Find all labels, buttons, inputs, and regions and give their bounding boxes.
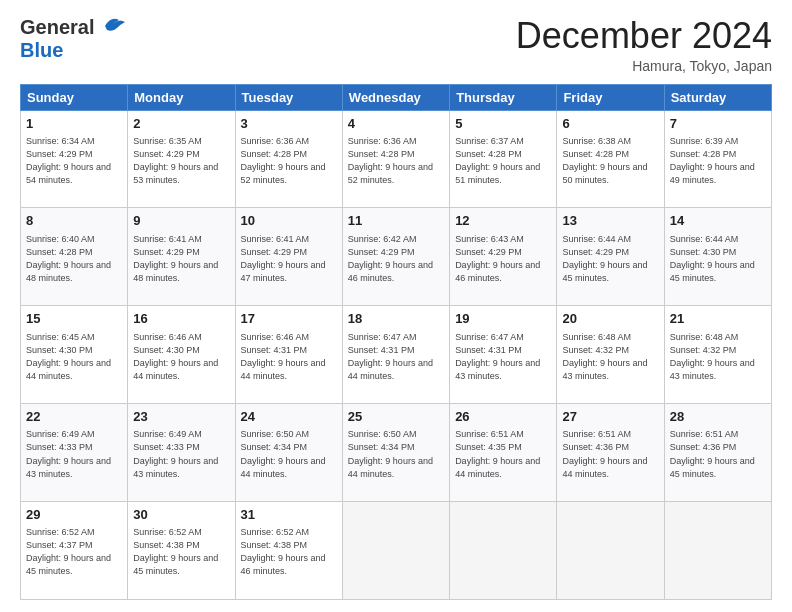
day-number: 6 [562,115,658,133]
calendar-cell: 22Sunrise: 6:49 AMSunset: 4:33 PMDayligh… [21,404,128,502]
day-info: Sunrise: 6:44 AMSunset: 4:30 PMDaylight:… [670,233,766,285]
calendar-cell: 19Sunrise: 6:47 AMSunset: 4:31 PMDayligh… [450,306,557,404]
day-info: Sunrise: 6:51 AMSunset: 4:36 PMDaylight:… [670,428,766,480]
calendar-cell: 10Sunrise: 6:41 AMSunset: 4:29 PMDayligh… [235,208,342,306]
day-number: 5 [455,115,551,133]
day-of-week-thursday: Thursday [450,84,557,110]
calendar-header-row: SundayMondayTuesdayWednesdayThursdayFrid… [21,84,772,110]
day-info: Sunrise: 6:52 AMSunset: 4:37 PMDaylight:… [26,526,122,578]
day-info: Sunrise: 6:36 AMSunset: 4:28 PMDaylight:… [241,135,337,187]
logo-general-text: General [20,16,94,39]
logo-blue-text: Blue [20,39,63,61]
day-number: 17 [241,310,337,328]
calendar-cell: 30Sunrise: 6:52 AMSunset: 4:38 PMDayligh… [128,502,235,600]
day-number: 8 [26,212,122,230]
day-info: Sunrise: 6:37 AMSunset: 4:28 PMDaylight:… [455,135,551,187]
page: General Blue December 2024 Hamura, Tokyo… [0,0,792,612]
day-info: Sunrise: 6:34 AMSunset: 4:29 PMDaylight:… [26,135,122,187]
day-number: 28 [670,408,766,426]
calendar-cell: 23Sunrise: 6:49 AMSunset: 4:33 PMDayligh… [128,404,235,502]
logo: General Blue [20,16,127,62]
location: Hamura, Tokyo, Japan [516,58,772,74]
day-info: Sunrise: 6:38 AMSunset: 4:28 PMDaylight:… [562,135,658,187]
day-info: Sunrise: 6:42 AMSunset: 4:29 PMDaylight:… [348,233,444,285]
calendar-cell: 21Sunrise: 6:48 AMSunset: 4:32 PMDayligh… [664,306,771,404]
calendar-week-4: 22Sunrise: 6:49 AMSunset: 4:33 PMDayligh… [21,404,772,502]
day-info: Sunrise: 6:40 AMSunset: 4:28 PMDaylight:… [26,233,122,285]
calendar-cell [450,502,557,600]
day-number: 3 [241,115,337,133]
calendar-week-2: 8Sunrise: 6:40 AMSunset: 4:28 PMDaylight… [21,208,772,306]
calendar-cell [664,502,771,600]
calendar-cell: 14Sunrise: 6:44 AMSunset: 4:30 PMDayligh… [664,208,771,306]
day-info: Sunrise: 6:48 AMSunset: 4:32 PMDaylight:… [562,331,658,383]
day-of-week-friday: Friday [557,84,664,110]
day-info: Sunrise: 6:35 AMSunset: 4:29 PMDaylight:… [133,135,229,187]
day-info: Sunrise: 6:46 AMSunset: 4:31 PMDaylight:… [241,331,337,383]
day-info: Sunrise: 6:50 AMSunset: 4:34 PMDaylight:… [241,428,337,480]
day-number: 16 [133,310,229,328]
title-block: December 2024 Hamura, Tokyo, Japan [516,16,772,74]
calendar-cell: 2Sunrise: 6:35 AMSunset: 4:29 PMDaylight… [128,110,235,208]
day-number: 31 [241,506,337,524]
day-info: Sunrise: 6:45 AMSunset: 4:30 PMDaylight:… [26,331,122,383]
day-number: 4 [348,115,444,133]
month-title: December 2024 [516,16,772,56]
header: General Blue December 2024 Hamura, Tokyo… [20,16,772,74]
calendar-cell: 31Sunrise: 6:52 AMSunset: 4:38 PMDayligh… [235,502,342,600]
day-number: 24 [241,408,337,426]
day-info: Sunrise: 6:47 AMSunset: 4:31 PMDaylight:… [348,331,444,383]
day-of-week-saturday: Saturday [664,84,771,110]
day-of-week-monday: Monday [128,84,235,110]
calendar-cell: 7Sunrise: 6:39 AMSunset: 4:28 PMDaylight… [664,110,771,208]
day-info: Sunrise: 6:43 AMSunset: 4:29 PMDaylight:… [455,233,551,285]
day-info: Sunrise: 6:48 AMSunset: 4:32 PMDaylight:… [670,331,766,383]
calendar-cell: 13Sunrise: 6:44 AMSunset: 4:29 PMDayligh… [557,208,664,306]
calendar-cell: 15Sunrise: 6:45 AMSunset: 4:30 PMDayligh… [21,306,128,404]
calendar-table: SundayMondayTuesdayWednesdayThursdayFrid… [20,84,772,600]
calendar-cell: 5Sunrise: 6:37 AMSunset: 4:28 PMDaylight… [450,110,557,208]
day-of-week-sunday: Sunday [21,84,128,110]
day-info: Sunrise: 6:49 AMSunset: 4:33 PMDaylight:… [26,428,122,480]
day-number: 15 [26,310,122,328]
calendar-cell: 4Sunrise: 6:36 AMSunset: 4:28 PMDaylight… [342,110,449,208]
day-number: 7 [670,115,766,133]
day-info: Sunrise: 6:49 AMSunset: 4:33 PMDaylight:… [133,428,229,480]
calendar-cell: 3Sunrise: 6:36 AMSunset: 4:28 PMDaylight… [235,110,342,208]
calendar-cell: 28Sunrise: 6:51 AMSunset: 4:36 PMDayligh… [664,404,771,502]
calendar-cell [342,502,449,600]
day-number: 12 [455,212,551,230]
calendar-cell: 18Sunrise: 6:47 AMSunset: 4:31 PMDayligh… [342,306,449,404]
calendar-cell: 24Sunrise: 6:50 AMSunset: 4:34 PMDayligh… [235,404,342,502]
day-number: 1 [26,115,122,133]
day-number: 30 [133,506,229,524]
day-info: Sunrise: 6:41 AMSunset: 4:29 PMDaylight:… [241,233,337,285]
day-info: Sunrise: 6:46 AMSunset: 4:30 PMDaylight:… [133,331,229,383]
logo-name: General Blue [20,16,127,62]
calendar-cell: 27Sunrise: 6:51 AMSunset: 4:36 PMDayligh… [557,404,664,502]
logo-bird-icon [97,14,127,36]
day-number: 13 [562,212,658,230]
calendar-cell: 12Sunrise: 6:43 AMSunset: 4:29 PMDayligh… [450,208,557,306]
calendar-week-3: 15Sunrise: 6:45 AMSunset: 4:30 PMDayligh… [21,306,772,404]
day-number: 14 [670,212,766,230]
day-info: Sunrise: 6:41 AMSunset: 4:29 PMDaylight:… [133,233,229,285]
calendar-week-5: 29Sunrise: 6:52 AMSunset: 4:37 PMDayligh… [21,502,772,600]
day-number: 19 [455,310,551,328]
day-number: 22 [26,408,122,426]
day-info: Sunrise: 6:36 AMSunset: 4:28 PMDaylight:… [348,135,444,187]
calendar-cell: 25Sunrise: 6:50 AMSunset: 4:34 PMDayligh… [342,404,449,502]
day-number: 11 [348,212,444,230]
day-number: 18 [348,310,444,328]
day-info: Sunrise: 6:39 AMSunset: 4:28 PMDaylight:… [670,135,766,187]
calendar-cell: 6Sunrise: 6:38 AMSunset: 4:28 PMDaylight… [557,110,664,208]
day-info: Sunrise: 6:50 AMSunset: 4:34 PMDaylight:… [348,428,444,480]
day-number: 23 [133,408,229,426]
day-info: Sunrise: 6:52 AMSunset: 4:38 PMDaylight:… [133,526,229,578]
calendar-cell: 16Sunrise: 6:46 AMSunset: 4:30 PMDayligh… [128,306,235,404]
day-info: Sunrise: 6:51 AMSunset: 4:35 PMDaylight:… [455,428,551,480]
calendar-week-1: 1Sunrise: 6:34 AMSunset: 4:29 PMDaylight… [21,110,772,208]
day-info: Sunrise: 6:47 AMSunset: 4:31 PMDaylight:… [455,331,551,383]
calendar-cell: 26Sunrise: 6:51 AMSunset: 4:35 PMDayligh… [450,404,557,502]
calendar-cell: 17Sunrise: 6:46 AMSunset: 4:31 PMDayligh… [235,306,342,404]
